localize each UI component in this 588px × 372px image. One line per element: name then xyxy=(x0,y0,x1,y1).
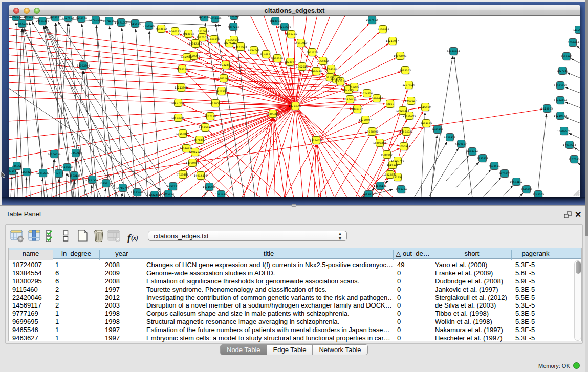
svg-text:7955812: 7955812 xyxy=(317,60,329,63)
svg-text:1903572: 1903572 xyxy=(10,16,21,19)
svg-text:15716485: 15716485 xyxy=(203,186,215,189)
svg-text:1112049: 1112049 xyxy=(573,29,580,32)
svg-text:15720407: 15720407 xyxy=(359,119,372,122)
svg-text:252254: 252254 xyxy=(393,176,402,179)
svg-text:16120746: 16120746 xyxy=(391,160,404,163)
svg-text:746266: 746266 xyxy=(349,86,359,89)
svg-text:12213967: 12213967 xyxy=(386,40,399,43)
svg-text:10756928: 10756928 xyxy=(397,145,410,148)
svg-text:1413614: 1413614 xyxy=(363,193,374,196)
svg-text:39154: 39154 xyxy=(9,170,16,173)
svg-text:12503135: 12503135 xyxy=(68,174,80,178)
svg-text:15692971: 15692971 xyxy=(557,130,570,133)
svg-text:8938923: 8938923 xyxy=(444,136,455,139)
svg-text:12213369: 12213369 xyxy=(175,86,187,90)
svg-text:18724007: 18724007 xyxy=(289,105,301,108)
svg-text:19384554: 19384554 xyxy=(310,139,322,142)
svg-text:2935114: 2935114 xyxy=(477,157,488,160)
svg-text:10958117: 10958117 xyxy=(99,182,112,185)
svg-text:12323446: 12323446 xyxy=(130,191,143,194)
svg-text:16210643: 16210643 xyxy=(554,115,567,118)
svg-text:9777169: 9777169 xyxy=(335,80,346,83)
svg-text:16782759: 16782759 xyxy=(116,187,129,190)
svg-text:8454749: 8454749 xyxy=(248,49,259,52)
svg-text:10973493: 10973493 xyxy=(394,55,406,58)
svg-text:12444154: 12444154 xyxy=(554,99,567,102)
svg-text:7515526: 7515526 xyxy=(129,23,141,26)
svg-text:8990448: 8990448 xyxy=(311,70,322,73)
svg-text:1065327: 1065327 xyxy=(50,16,61,19)
svg-text:19654923: 19654923 xyxy=(400,130,412,134)
svg-text:29053346: 29053346 xyxy=(77,64,90,68)
svg-text:335051: 335051 xyxy=(12,165,21,168)
svg-text:9245652: 9245652 xyxy=(521,188,532,191)
svg-text:6794028: 6794028 xyxy=(325,68,337,71)
svg-text:9242848: 9242848 xyxy=(220,64,231,67)
svg-text:8912954: 8912954 xyxy=(183,33,194,36)
svg-text:114519: 114519 xyxy=(54,172,64,176)
svg-text:14099489: 14099489 xyxy=(186,162,199,165)
svg-text:6966160: 6966160 xyxy=(76,17,87,20)
svg-text:8322037: 8322037 xyxy=(285,61,296,64)
svg-text:2718120: 2718120 xyxy=(177,68,188,71)
svg-text:15640910: 15640910 xyxy=(294,42,307,45)
svg-text:15751074: 15751074 xyxy=(566,41,579,45)
svg-text:9227343: 9227343 xyxy=(557,70,568,73)
svg-text:8186328: 8186328 xyxy=(208,38,220,41)
svg-text:13226058: 13226058 xyxy=(196,30,209,33)
svg-text:1733426: 1733426 xyxy=(396,188,407,191)
svg-text:7663822: 7663822 xyxy=(156,28,167,31)
svg-text:23676608: 23676608 xyxy=(234,46,247,49)
svg-text:16648784: 16648784 xyxy=(447,50,460,53)
svg-text:17957253: 17957253 xyxy=(85,179,98,182)
svg-text:(x): (x) xyxy=(131,234,138,242)
svg-text:9329366: 9329366 xyxy=(561,55,572,58)
svg-text:1527602: 1527602 xyxy=(62,17,74,20)
svg-text:8215955: 8215955 xyxy=(541,107,553,111)
svg-text:9146821: 9146821 xyxy=(260,53,272,56)
svg-text:1156829: 1156829 xyxy=(21,171,32,174)
svg-text:7485063: 7485063 xyxy=(400,69,411,72)
svg-text:9084067: 9084067 xyxy=(381,154,393,157)
svg-text:8813054: 8813054 xyxy=(270,20,281,23)
svg-text:20364436: 20364436 xyxy=(343,98,356,101)
svg-text:7357224: 7357224 xyxy=(228,26,239,29)
svg-text:1571648: 1571648 xyxy=(215,193,227,196)
svg-text:16671355: 16671355 xyxy=(115,21,127,25)
svg-text:19166827: 19166827 xyxy=(176,133,189,136)
svg-text:7632621: 7632621 xyxy=(489,165,500,168)
svg-text:10654112: 10654112 xyxy=(510,181,522,184)
svg-text:9474444: 9474444 xyxy=(467,150,478,154)
svg-text:20206536: 20206536 xyxy=(48,153,60,156)
svg-text:14055721: 14055721 xyxy=(15,23,28,26)
svg-text:18300295: 18300295 xyxy=(266,113,279,116)
svg-text:16914479: 16914479 xyxy=(194,174,207,178)
svg-text:1065326: 1065326 xyxy=(24,16,35,19)
svg-text:10025433: 10025433 xyxy=(396,110,409,113)
svg-text:9245064: 9245064 xyxy=(163,193,174,196)
svg-text:9115460: 9115460 xyxy=(420,106,431,109)
svg-text:3624554: 3624554 xyxy=(361,92,373,95)
svg-text:3498222: 3498222 xyxy=(189,151,201,154)
svg-text:417006: 417006 xyxy=(210,102,220,105)
svg-text:9245065: 9245065 xyxy=(533,193,544,196)
svg-text:8427552: 8427552 xyxy=(216,90,227,93)
svg-text:8471676: 8471676 xyxy=(499,172,510,176)
svg-text:16154838: 16154838 xyxy=(376,28,389,31)
svg-text:17016504: 17016504 xyxy=(563,144,576,147)
svg-text:9327503: 9327503 xyxy=(197,36,208,39)
svg-text:1440954: 1440954 xyxy=(432,128,443,132)
svg-text:6879197: 6879197 xyxy=(455,143,467,146)
svg-text:10719155: 10719155 xyxy=(89,19,102,22)
svg-text:7625402: 7625402 xyxy=(177,173,188,177)
svg-text:9660123: 9660123 xyxy=(169,30,181,33)
svg-text:14136141: 14136141 xyxy=(374,185,386,188)
svg-text:3267130: 3267130 xyxy=(205,115,216,118)
svg-text:6961758: 6961758 xyxy=(307,51,318,54)
svg-text:20691406: 20691406 xyxy=(36,20,49,23)
svg-text:9699695: 9699695 xyxy=(421,122,432,125)
svg-text:62160: 62160 xyxy=(386,103,394,106)
svg-text:9857791: 9857791 xyxy=(167,185,179,188)
svg-text:12942737: 12942737 xyxy=(36,172,49,175)
svg-text:1232344: 1232344 xyxy=(149,194,160,197)
